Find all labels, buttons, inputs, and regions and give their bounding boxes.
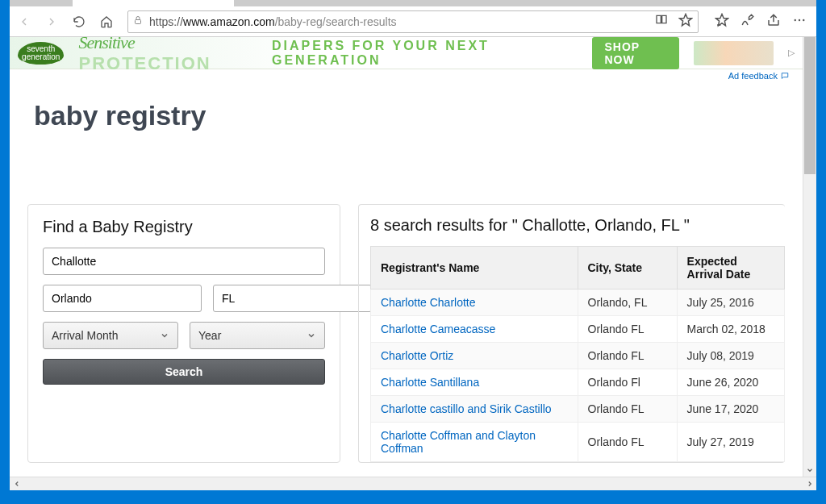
more-icon[interactable]	[792, 13, 807, 31]
registrant-link[interactable]: Charlotte Santillana	[371, 369, 578, 396]
svg-point-1	[795, 19, 796, 20]
registrant-link[interactable]: Charlotte Cameacasse	[371, 316, 578, 343]
table-row: Charlotte Coffman and Clayton CoffmanOrl…	[371, 423, 785, 462]
registrant-link[interactable]: Charlotte Charlotte	[371, 289, 578, 316]
date-cell: July 25, 2016	[677, 289, 784, 316]
lock-icon	[133, 15, 143, 28]
results-title: 8 search results for " Challotte, Orland…	[370, 216, 785, 235]
reading-view-icon[interactable]	[654, 13, 669, 30]
svg-point-3	[803, 19, 804, 20]
table-row: Charlotte SantillanaOrlando FlJune 26, 2…	[371, 369, 785, 396]
date-cell: March 02, 2018	[677, 316, 784, 343]
ad-image	[694, 41, 774, 65]
ad-close-icon[interactable]: ▷	[788, 48, 795, 58]
chevron-down-icon	[307, 331, 316, 340]
registrant-name-input[interactable]	[43, 248, 325, 275]
page-viewport: seventh generation Sensitive PROTECTION …	[10, 37, 816, 490]
col-city: City, State	[578, 247, 677, 289]
search-panel: Find a Baby Registry Arrival Month	[27, 204, 340, 463]
url-domain: www.amazon.com	[183, 15, 275, 28]
url-prefix: https://	[149, 15, 183, 28]
ad-banner[interactable]: seventh generation Sensitive PROTECTION …	[10, 37, 803, 69]
col-date: Expected Arrival Date	[677, 247, 784, 289]
ad-subline: DIAPERS FOR YOUR NEXT GENERATION	[272, 39, 571, 68]
table-row: Charlotte OrtizOrlando FLJuly 08, 2019	[371, 343, 785, 369]
page-title: baby registry	[27, 81, 785, 140]
city-cell: Orlando Fl	[578, 369, 677, 396]
home-button[interactable]	[97, 12, 116, 31]
share-icon[interactable]	[766, 13, 781, 31]
date-cell: July 27, 2019	[677, 423, 784, 462]
registrant-link[interactable]: Charlotte Ortiz	[371, 343, 578, 369]
arrival-month-select[interactable]: Arrival Month	[43, 322, 178, 349]
columns: Find a Baby Registry Arrival Month	[27, 204, 785, 463]
url-path: /baby-reg/search-results	[275, 15, 397, 28]
vertical-scroll-thumb[interactable]	[804, 37, 816, 174]
date-cell: June 26, 2020	[677, 369, 784, 396]
horizontal-scrollbar[interactable]	[10, 477, 816, 490]
browser-toolbar: https://www.amazon.com/baby-reg/search-r…	[10, 6, 816, 37]
url-actions	[654, 13, 693, 30]
ad-headline: Sensitive PROTECTION	[78, 37, 251, 74]
forward-button[interactable]	[42, 12, 61, 31]
scroll-left-icon[interactable]	[10, 477, 23, 490]
city-cell: Orlando, FL	[578, 289, 677, 316]
ad-cta-button[interactable]: SHOP NOW	[592, 37, 680, 69]
date-cell: June 17, 2020	[677, 396, 784, 423]
toolbar-right	[710, 13, 811, 31]
tab-strip[interactable]	[10, 0, 816, 6]
city-cell: Orlando FL	[578, 316, 677, 343]
date-cell: July 08, 2019	[677, 343, 784, 369]
address-bar[interactable]: https://www.amazon.com/baby-reg/search-r…	[127, 10, 699, 33]
url-text: https://www.amazon.com/baby-reg/search-r…	[149, 15, 649, 28]
table-row: Charlotte CharlotteOrlando, FLJuly 25, 2…	[371, 289, 785, 316]
table-row: Charlotte castillo and Sirik CastilloOrl…	[371, 396, 785, 423]
back-button[interactable]	[15, 12, 34, 31]
favorite-icon[interactable]	[678, 13, 693, 30]
col-name: Registrant's Name	[371, 247, 578, 289]
table-row: Charlotte CameacasseOrlando FLMarch 02, …	[371, 316, 785, 343]
page-content-scroll: seventh generation Sensitive PROTECTION …	[10, 37, 803, 477]
registrant-link[interactable]: Charlotte castillo and Sirik Castillo	[371, 396, 578, 423]
page-body: baby registry Find a Baby Registry	[10, 81, 803, 463]
city-cell: Orlando FL	[578, 423, 677, 462]
favorites-list-icon[interactable]	[715, 13, 729, 31]
chevron-down-icon	[160, 331, 169, 340]
city-cell: Orlando FL	[578, 343, 677, 369]
state-input[interactable]	[213, 285, 372, 312]
scroll-down-icon[interactable]	[803, 463, 816, 477]
vertical-scrollbar[interactable]	[803, 37, 816, 477]
notes-icon[interactable]	[740, 13, 755, 31]
arrival-year-select[interactable]: Year	[190, 322, 325, 349]
ad-logo: seventh generation	[18, 42, 64, 65]
browser-window: https://www.amazon.com/baby-reg/search-r…	[10, 0, 816, 490]
search-button[interactable]: Search	[43, 359, 325, 385]
results-table: Registrant's Name City, State Expected A…	[370, 246, 785, 462]
svg-rect-0	[136, 20, 141, 24]
results-panel: 8 search results for " Challotte, Orland…	[358, 204, 785, 463]
search-panel-title: Find a Baby Registry	[43, 218, 325, 236]
city-cell: Orlando FL	[578, 396, 677, 423]
svg-point-2	[799, 19, 800, 20]
city-input[interactable]	[43, 285, 202, 312]
registrant-link[interactable]: Charlotte Coffman and Clayton Coffman	[371, 423, 578, 462]
scroll-right-icon[interactable]	[803, 477, 816, 490]
refresh-button[interactable]	[69, 12, 89, 31]
